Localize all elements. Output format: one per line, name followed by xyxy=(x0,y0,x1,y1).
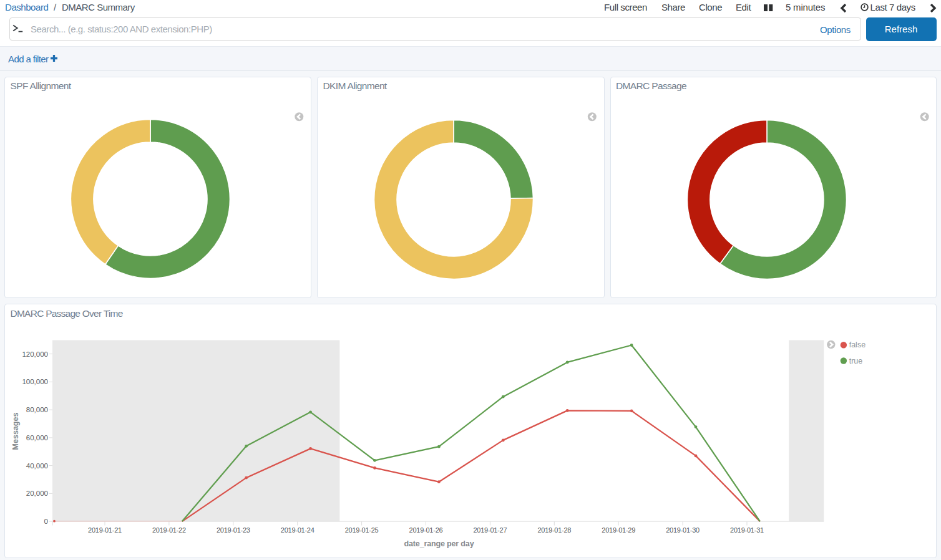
svg-text:2019-01-30: 2019-01-30 xyxy=(666,526,700,533)
svg-text:2019-01-24: 2019-01-24 xyxy=(281,526,314,533)
svg-text:2019-01-26: 2019-01-26 xyxy=(409,526,443,533)
svg-text:2019-01-23: 2019-01-23 xyxy=(217,526,250,533)
svg-text:2019-01-27: 2019-01-27 xyxy=(474,526,507,533)
svg-text:2019-01-25: 2019-01-25 xyxy=(345,526,379,533)
svg-text:2019-01-28: 2019-01-28 xyxy=(537,526,571,533)
svg-text:20,000: 20,000 xyxy=(26,490,48,497)
svg-text:120,000: 120,000 xyxy=(22,350,48,357)
svg-text:2019-01-29: 2019-01-29 xyxy=(602,526,635,533)
svg-text:Messages: Messages xyxy=(11,412,20,450)
svg-text:2019-01-31: 2019-01-31 xyxy=(730,526,764,533)
svg-text:2019-01-21: 2019-01-21 xyxy=(88,526,122,533)
svg-text:false: false xyxy=(849,340,865,349)
svg-text:2019-01-22: 2019-01-22 xyxy=(152,526,186,533)
svg-text:date_range per day: date_range per day xyxy=(404,539,474,548)
svg-text:0: 0 xyxy=(44,518,48,525)
svg-text:true: true xyxy=(849,356,863,365)
svg-text:80,000: 80,000 xyxy=(26,406,48,413)
svg-text:100,000: 100,000 xyxy=(22,378,48,385)
svg-text:60,000: 60,000 xyxy=(26,433,48,441)
svg-text:40,000: 40,000 xyxy=(26,461,48,469)
